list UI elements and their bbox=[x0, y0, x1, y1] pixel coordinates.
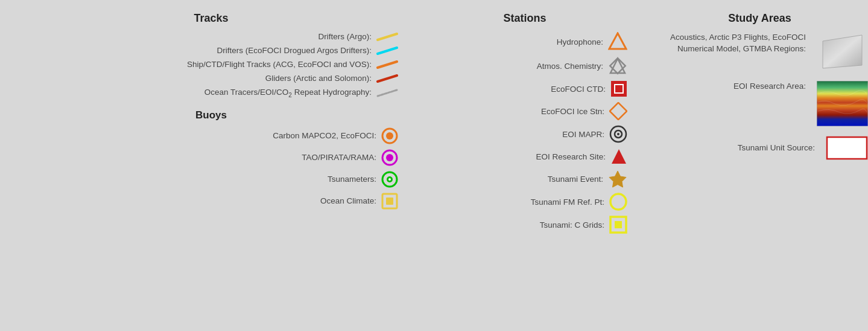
buoy-carbon-label: Carbon MAPCO2, EcoFOCI: bbox=[273, 131, 376, 140]
ecofoci-drifter-line-icon bbox=[376, 47, 398, 55]
station-ecofoci-ctd-label: EcoFOCI CTD: bbox=[551, 85, 606, 94]
station-tsunami-event-label: Tsunami Event: bbox=[548, 175, 603, 184]
svg-rect-28 bbox=[615, 221, 622, 228]
gliders-line-icon bbox=[376, 74, 398, 83]
tsunameters-icon bbox=[381, 171, 398, 188]
tsunami-cgrids-icon bbox=[609, 216, 627, 234]
station-ecofoci-ctd: EcoFOCI CTD: bbox=[422, 80, 627, 97]
svg-marker-15 bbox=[610, 59, 625, 73]
svg-point-11 bbox=[388, 178, 391, 181]
station-tsunami-cgrids-label: Tsunami: C Grids: bbox=[540, 220, 604, 230]
tsunami-event-icon bbox=[608, 170, 627, 188]
ecofoci-ice-icon bbox=[609, 102, 627, 120]
track-ship-label: Ship/CTD/Flight Tracks (ACG, EcoFOCI and… bbox=[187, 60, 372, 69]
track-gliders-label: Gliders (Arctic and Solomon): bbox=[265, 74, 372, 83]
station-ecofoci-ice: EcoFOCI Ice Stn: bbox=[422, 102, 627, 120]
station-atmos: Atmos. Chemistry: bbox=[422, 56, 627, 76]
svg-line-0 bbox=[378, 34, 397, 40]
track-drifters-eco: Drifters (EcoFOCI Drogued Argos Drifters… bbox=[24, 46, 398, 55]
legend-container: Tracks Drifters (Argo): Drifters (EcoFOC… bbox=[0, 0, 868, 331]
tracers-line-icon bbox=[376, 89, 398, 97]
study-areas-title: Study Areas bbox=[651, 12, 868, 25]
svg-point-26 bbox=[610, 194, 626, 210]
study-acoustics-label: Acoustics, Arctic P3 Flights, EcoFOCI Nu… bbox=[651, 32, 811, 55]
eoi-research-icon bbox=[610, 148, 627, 165]
study-item-tsunami: Tsunami Unit Source: bbox=[651, 136, 868, 160]
tracks-section: Tracks Drifters (Argo): Drifters (EcoFOC… bbox=[12, 6, 410, 325]
track-drifters-argo: Drifters (Argo): bbox=[24, 32, 398, 41]
study-item-acoustics: Acoustics, Arctic P3 Flights, EcoFOCI Nu… bbox=[651, 32, 868, 71]
svg-line-3 bbox=[378, 76, 397, 82]
buoy-carbon: Carbon MAPCO2, EcoFOCI: bbox=[24, 127, 398, 144]
tsunami-fm-icon bbox=[609, 193, 627, 211]
study-bathymetry-icon bbox=[817, 81, 868, 126]
svg-rect-30 bbox=[817, 81, 868, 126]
buoy-tao: TAO/PIRATA/RAMA: bbox=[24, 149, 398, 166]
svg-point-6 bbox=[386, 132, 393, 140]
ship-line-icon bbox=[376, 60, 398, 69]
svg-rect-20 bbox=[610, 103, 627, 120]
study-areas-section: Study Areas Acoustics, Arctic P3 Flights… bbox=[639, 6, 868, 325]
svg-point-8 bbox=[386, 154, 393, 161]
station-hydrophone: Hydrophone: bbox=[422, 32, 627, 51]
tao-icon bbox=[381, 149, 398, 166]
svg-marker-24 bbox=[612, 149, 626, 164]
eoi-mapr-icon bbox=[609, 125, 627, 143]
station-eoi-mapr: EOI MAPR: bbox=[422, 125, 627, 143]
svg-marker-14 bbox=[609, 33, 626, 49]
svg-point-23 bbox=[617, 133, 619, 135]
track-tracers: Ocean Tracers/EOI/CO2 Repeat Hydrography… bbox=[24, 88, 398, 98]
station-tsunami-fm: Tsunami FM Ref. Pt: bbox=[422, 193, 627, 211]
study-gray-area-icon bbox=[817, 32, 868, 71]
track-drifters-argo-label: Drifters (Argo): bbox=[318, 32, 372, 41]
atmos-icon bbox=[608, 56, 627, 76]
study-tsunami-source-icon bbox=[826, 136, 868, 160]
station-eoi-mapr-label: EOI MAPR: bbox=[562, 130, 604, 139]
track-tracers-label: Ocean Tracers/EOI/CO2 Repeat Hydrography… bbox=[204, 88, 372, 98]
stations-title: Stations bbox=[422, 12, 627, 25]
ecofoci-ctd-icon bbox=[610, 80, 627, 97]
station-tsunami-event: Tsunami Event: bbox=[422, 170, 627, 188]
track-gliders: Gliders (Arctic and Solomon): bbox=[24, 74, 398, 83]
buoy-tao-label: TAO/PIRATA/RAMA: bbox=[302, 153, 376, 162]
study-eoi-label: EOI Research Area: bbox=[651, 81, 811, 92]
hydrophone-icon bbox=[608, 32, 627, 51]
station-tsunami-cgrids: Tsunami: C Grids: bbox=[422, 216, 627, 234]
buoy-tsunameters: Tsunameters: bbox=[24, 171, 398, 188]
track-drifters-eco-label: Drifters (EcoFOCI Drogued Argos Drifters… bbox=[217, 46, 372, 55]
buoys-title: Buoys bbox=[24, 109, 398, 121]
track-ship: Ship/CTD/Flight Tracks (ACG, EcoFOCI and… bbox=[24, 60, 398, 69]
buoy-ocean-climate: Ocean Climate: bbox=[24, 193, 398, 210]
station-atmos-label: Atmos. Chemistry: bbox=[537, 62, 603, 71]
tracks-title: Tracks bbox=[24, 12, 398, 25]
carbon-icon bbox=[381, 127, 398, 144]
study-tsunami-label: Tsunami Unit Source: bbox=[651, 143, 820, 154]
svg-rect-16 bbox=[610, 58, 625, 73]
svg-line-4 bbox=[378, 90, 397, 96]
buoy-ocean-climate-label: Ocean Climate: bbox=[320, 196, 376, 205]
svg-marker-29 bbox=[823, 35, 862, 68]
svg-line-1 bbox=[378, 48, 397, 54]
station-eoi-research: EOI Research Site: bbox=[422, 148, 627, 165]
svg-rect-19 bbox=[615, 85, 622, 92]
station-hydrophone-label: Hydrophone: bbox=[557, 37, 603, 47]
svg-rect-13 bbox=[386, 198, 393, 205]
buoy-tsunameters-label: Tsunameters: bbox=[328, 175, 376, 184]
svg-line-2 bbox=[378, 62, 397, 68]
study-item-eoi: EOI Research Area: bbox=[651, 81, 868, 126]
ocean-climate-icon bbox=[381, 193, 398, 210]
station-ecofoci-ice-label: EcoFOCI Ice Stn: bbox=[541, 107, 604, 116]
station-eoi-research-label: EOI Research Site: bbox=[536, 152, 606, 161]
svg-marker-25 bbox=[609, 171, 626, 187]
argo-line-icon bbox=[376, 33, 398, 41]
svg-rect-31 bbox=[827, 137, 867, 159]
stations-section: Stations Hydrophone: Atmos. Chemistry: E… bbox=[410, 6, 639, 325]
station-tsunami-fm-label: Tsunami FM Ref. Pt: bbox=[531, 198, 604, 207]
